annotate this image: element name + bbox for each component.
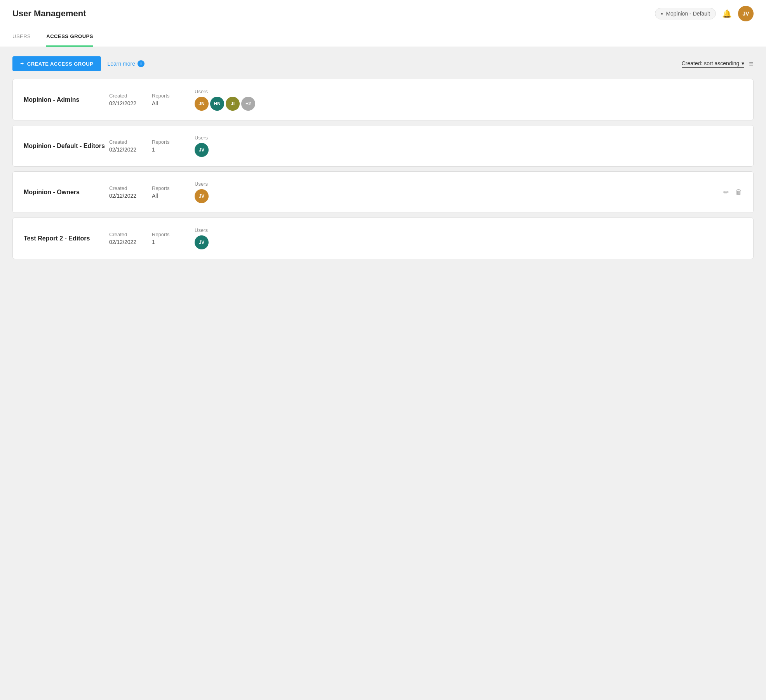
created-date: 02/12/2022 <box>109 239 152 245</box>
user-avatars: JV <box>195 235 742 249</box>
created-field: Created 02/12/2022 <box>109 232 152 245</box>
avatar: JV <box>195 189 209 203</box>
created-field: Created 02/12/2022 <box>109 185 152 199</box>
users-label: Users <box>195 89 742 94</box>
avatar: JI <box>226 97 240 111</box>
sort-label: Created: sort ascending <box>682 60 740 66</box>
access-group-card: Test Report 2 - Editors Created 02/12/20… <box>12 218 754 259</box>
reports-label: Reports <box>152 139 195 145</box>
tab-users[interactable]: USERS <box>12 27 31 47</box>
group-name: Test Report 2 - Editors <box>24 235 109 242</box>
created-label: Created <box>109 139 152 145</box>
delete-icon[interactable]: 🗑 <box>735 188 742 196</box>
access-group-card: Mopinion - Admins Created 02/12/2022 Rep… <box>12 79 754 120</box>
filter-icon[interactable]: ≡ <box>749 59 754 68</box>
sort-dropdown[interactable]: Created: sort ascending ▾ <box>682 60 745 68</box>
user-avatars: JV <box>195 143 742 157</box>
workspace-label: Mopinion - Default <box>666 10 710 17</box>
created-label: Created <box>109 232 152 237</box>
reports-field: Reports All <box>152 185 195 199</box>
edit-icon[interactable]: ✏ <box>723 188 729 197</box>
user-avatar[interactable]: JV <box>738 6 754 21</box>
workspace-selector[interactable]: ▪ Mopinion - Default <box>655 8 716 19</box>
group-name: Mopinion - Admins <box>24 96 109 103</box>
header: User Management ▪ Mopinion - Default 🔔 J… <box>0 0 766 27</box>
avatar: HN <box>210 97 224 111</box>
avatar: JV <box>195 143 209 157</box>
users-field: Users JV <box>195 181 716 203</box>
created-date: 02/12/2022 <box>109 193 152 199</box>
group-name: Mopinion - Owners <box>24 189 109 196</box>
tab-access-groups[interactable]: ACCESS GROUPS <box>46 27 93 47</box>
created-date: 02/12/2022 <box>109 100 152 106</box>
page-title: User Management <box>12 9 86 19</box>
reports-value: 1 <box>152 146 195 153</box>
group-name: Mopinion - Default - Editors <box>24 143 109 150</box>
header-right: ▪ Mopinion - Default 🔔 JV <box>655 6 754 21</box>
plus-icon: + <box>20 60 24 67</box>
reports-field: Reports All <box>152 93 195 106</box>
users-field: Users JN HN JI +2 <box>195 89 742 111</box>
tabs-bar: USERS ACCESS GROUPS <box>0 27 766 47</box>
chevron-down-icon: ▾ <box>742 60 744 66</box>
users-field: Users JV <box>195 227 742 249</box>
reports-field: Reports 1 <box>152 139 195 153</box>
users-label: Users <box>195 181 716 187</box>
workspace-icon: ▪ <box>661 10 663 17</box>
reports-value: 1 <box>152 239 195 245</box>
created-field: Created 02/12/2022 <box>109 93 152 106</box>
avatar: JN <box>195 97 209 111</box>
main-content: + CREATE ACCESS GROUP Learn more i Creat… <box>0 47 766 697</box>
reports-label: Reports <box>152 232 195 237</box>
created-date: 02/12/2022 <box>109 146 152 153</box>
info-icon: i <box>138 60 144 67</box>
reports-value: All <box>152 193 195 199</box>
learn-more-link[interactable]: Learn more i <box>107 60 144 67</box>
card-actions: ✏ 🗑 <box>716 188 742 197</box>
reports-field: Reports 1 <box>152 232 195 245</box>
access-group-card: Mopinion - Default - Editors Created 02/… <box>12 125 754 167</box>
users-label: Users <box>195 135 742 141</box>
learn-more-label: Learn more <box>107 61 135 67</box>
created-label: Created <box>109 185 152 191</box>
users-label: Users <box>195 227 742 233</box>
notification-bell-icon[interactable]: 🔔 <box>722 9 732 18</box>
user-avatars: JN HN JI +2 <box>195 97 742 111</box>
created-field: Created 02/12/2022 <box>109 139 152 153</box>
avatar: JV <box>195 235 209 249</box>
toolbar-right: Created: sort ascending ▾ ≡ <box>682 59 754 68</box>
toolbar: + CREATE ACCESS GROUP Learn more i Creat… <box>12 56 754 71</box>
reports-label: Reports <box>152 93 195 99</box>
create-button-label: CREATE ACCESS GROUP <box>27 61 94 67</box>
user-avatars: JV <box>195 189 716 203</box>
created-label: Created <box>109 93 152 99</box>
reports-value: All <box>152 100 195 106</box>
avatar-overflow: +2 <box>241 97 255 111</box>
reports-label: Reports <box>152 185 195 191</box>
create-access-group-button[interactable]: + CREATE ACCESS GROUP <box>12 56 101 71</box>
users-field: Users JV <box>195 135 742 157</box>
toolbar-left: + CREATE ACCESS GROUP Learn more i <box>12 56 144 71</box>
access-group-card: Mopinion - Owners Created 02/12/2022 Rep… <box>12 171 754 213</box>
